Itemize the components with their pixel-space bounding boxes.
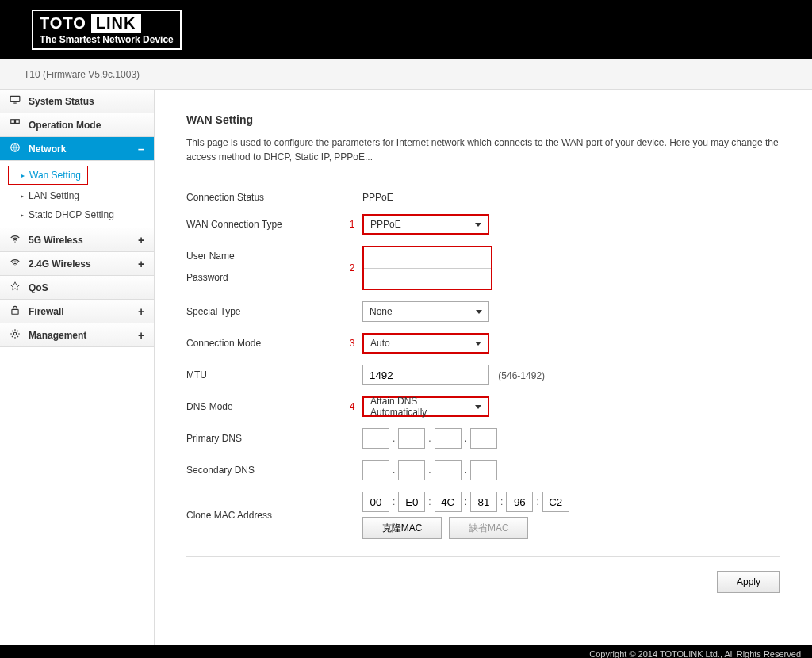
label-connection-mode: Connection Mode: [186, 327, 345, 359]
special-type-select[interactable]: None: [362, 301, 489, 322]
primary-dns-octet-2[interactable]: [398, 428, 425, 449]
label-special-type: Special Type: [186, 296, 345, 327]
page-description: This page is used to configure the param…: [186, 136, 780, 164]
label-mtu: MTU: [186, 359, 345, 391]
subitem-label: LAN Setting: [29, 190, 79, 201]
dot-separator: .: [465, 433, 467, 444]
sidebar-item-label: Management: [29, 330, 138, 341]
bullet-icon: ▸: [21, 172, 25, 179]
chevron-down-icon: [476, 310, 482, 314]
sidebar-item-qos[interactable]: QoS: [0, 276, 154, 300]
sidebar-subitem-wan-setting[interactable]: ▸Wan Setting: [8, 166, 88, 185]
qos-icon: [8, 281, 22, 294]
secondary-dns-group: . . .: [362, 460, 780, 480]
sidebar-item-network[interactable]: Network –: [0, 137, 154, 161]
apply-button[interactable]: Apply: [717, 571, 780, 593]
expand-icon: +: [138, 329, 146, 342]
header: TOTO LINK The Smartest Network Device: [0, 0, 812, 59]
row-secondary-dns: Secondary DNS . . .: [186, 454, 780, 486]
annotation-2: 2: [345, 240, 362, 296]
clone-mac-button[interactable]: 克隆MAC: [362, 517, 442, 539]
sidebar-item-label: 5G Wireless: [29, 235, 138, 246]
row-dns-mode: DNS Mode 4 Attain DNS Automatically: [186, 391, 780, 423]
secondary-dns-octet-1[interactable]: [362, 460, 389, 480]
mac-group: : : : : :: [362, 492, 780, 512]
sidebar-item-24g-wireless[interactable]: 2.4G Wireless +: [0, 252, 154, 276]
secondary-dns-octet-2[interactable]: [398, 460, 425, 480]
mac-octet-6[interactable]: [542, 492, 569, 512]
secondary-dns-octet-3[interactable]: [435, 460, 462, 480]
sidebar-item-operation-mode[interactable]: Operation Mode: [0, 113, 154, 137]
sidebar-item-label: QoS: [29, 282, 146, 293]
primary-dns-octet-4[interactable]: [470, 428, 497, 449]
svg-point-5: [14, 241, 15, 242]
bullet-icon: ▸: [21, 212, 24, 219]
default-mac-button[interactable]: 缺省MAC: [449, 517, 528, 539]
row-credentials: User Name Password 2: [186, 240, 780, 296]
primary-dns-group: . . .: [362, 428, 780, 449]
label-clone-mac: Clone MAC Address: [186, 486, 345, 545]
content: WAN Setting This page is used to configu…: [155, 90, 812, 645]
expand-icon: +: [138, 258, 146, 270]
dns-mode-select[interactable]: Attain DNS Automatically: [362, 396, 489, 417]
divider: [186, 556, 780, 557]
annotation-1: 1: [345, 208, 362, 240]
brand-tagline: The Smartest Network Device: [40, 34, 174, 45]
mac-octet-1[interactable]: [362, 492, 389, 512]
label-password: Password: [186, 272, 345, 283]
label-primary-dns: Primary DNS: [186, 423, 345, 454]
sidebar-item-label: Operation Mode: [29, 120, 146, 131]
svg-rect-7: [12, 309, 18, 314]
mtu-input[interactable]: [362, 365, 489, 385]
svg-rect-2: [11, 120, 15, 124]
row-clone-mac: Clone MAC Address : : : : : 克隆MAC 缺省MAC: [186, 486, 780, 545]
sidebar: System Status Operation Mode Network – ▸…: [0, 90, 155, 645]
colon-separator: :: [465, 496, 467, 507]
footer: Copyright © 2014 TOTOLINK Ltd., All Righ…: [0, 645, 812, 658]
username-input[interactable]: [364, 247, 491, 268]
select-value: PPPoE: [370, 219, 401, 230]
select-value: Attain DNS Automatically: [370, 396, 475, 418]
annotation-4: 4: [345, 391, 362, 423]
sidebar-item-firewall[interactable]: Firewall +: [0, 300, 154, 323]
firmware-bar: T10 (Firmware V5.9c.1003): [0, 59, 812, 90]
sidebar-subitem-lan-setting[interactable]: ▸LAN Setting: [0, 186, 154, 205]
colon-separator: :: [393, 496, 395, 507]
colon-separator: :: [428, 496, 431, 507]
row-special-type: Special Type None: [186, 296, 780, 327]
sidebar-item-system-status[interactable]: System Status: [0, 90, 154, 113]
secondary-dns-octet-4[interactable]: [470, 460, 497, 480]
sidebar-item-label: System Status: [29, 96, 146, 107]
subitem-label: Static DHCP Setting: [29, 209, 114, 220]
wifi-icon: [8, 233, 22, 247]
primary-dns-octet-3[interactable]: [435, 428, 462, 449]
dot-separator: .: [428, 465, 431, 476]
mode-icon: [8, 118, 22, 132]
mac-octet-4[interactable]: [470, 492, 497, 512]
connection-mode-select[interactable]: Auto: [362, 333, 489, 354]
lock-icon: [8, 304, 22, 318]
row-connection-status: Connection Status PPPoE: [186, 186, 780, 208]
chevron-down-icon: [475, 405, 481, 409]
sidebar-subitem-static-dhcp[interactable]: ▸Static DHCP Setting: [0, 205, 154, 224]
primary-dns-octet-1[interactable]: [362, 428, 389, 449]
password-input[interactable]: [364, 268, 491, 289]
mac-octet-2[interactable]: [398, 492, 425, 512]
brand-text-1: TOTO: [40, 14, 86, 33]
main: System Status Operation Mode Network – ▸…: [0, 90, 812, 645]
mac-octet-5[interactable]: [506, 492, 533, 512]
credentials-group: [362, 246, 492, 290]
mac-buttons: 克隆MAC 缺省MAC: [362, 517, 780, 539]
label-username: User Name: [186, 248, 345, 269]
gear-icon: [8, 328, 22, 342]
wan-type-select[interactable]: PPPoE: [362, 214, 489, 235]
sidebar-item-label: Firewall: [29, 306, 138, 317]
mac-octet-3[interactable]: [435, 492, 462, 512]
label-connection-status: Connection Status: [186, 186, 345, 208]
expand-icon: +: [138, 305, 146, 318]
mtu-hint: (546-1492): [498, 370, 545, 381]
page-title: WAN Setting: [186, 113, 780, 126]
sidebar-item-5g-wireless[interactable]: 5G Wireless +: [0, 228, 154, 252]
label-dns-mode: DNS Mode: [186, 391, 345, 423]
sidebar-item-management[interactable]: Management +: [0, 323, 154, 347]
